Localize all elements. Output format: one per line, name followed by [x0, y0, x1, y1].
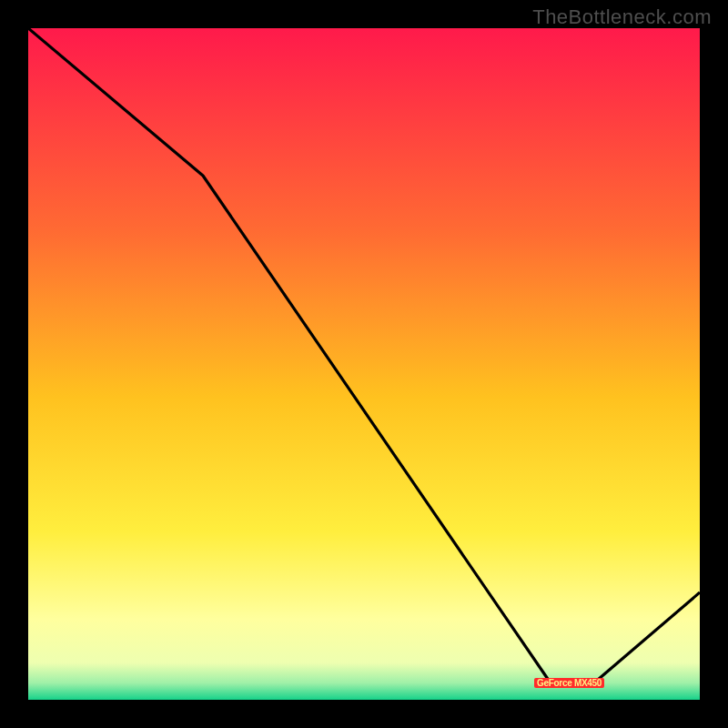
plot-area: GeForce MX450: [28, 28, 700, 700]
chart-svg: [28, 28, 700, 700]
gradient-background: [28, 28, 700, 700]
watermark-text: TheBottleneck.com: [532, 5, 712, 29]
gpu-badge: GeForce MX450: [534, 678, 604, 688]
chart-frame: TheBottleneck.com GeForce MX450: [0, 0, 728, 728]
